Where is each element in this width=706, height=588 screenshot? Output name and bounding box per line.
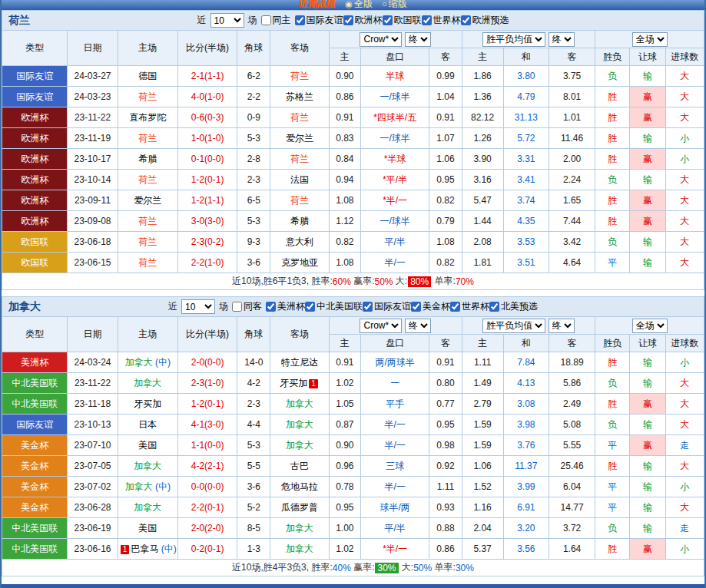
avg-home-odds: 1.44 bbox=[462, 211, 503, 232]
competition-filter[interactable]: 欧洲杯 bbox=[343, 14, 383, 27]
match-row: 美洲杯24-03-24加拿大 (中)2-0(0-0)14-0特立尼达0.91两/… bbox=[2, 352, 704, 373]
avg-draw-odds: 31.13 bbox=[503, 107, 549, 128]
team-label: 意大利 bbox=[286, 236, 313, 247]
competition-label: 欧洲杯 bbox=[355, 14, 383, 27]
match-date: 23-11-18 bbox=[68, 394, 118, 415]
competition-checkbox[interactable] bbox=[422, 15, 432, 25]
view-option-full[interactable]: ◉全版 bbox=[345, 0, 373, 10]
away-team: 危地马拉 bbox=[270, 477, 329, 497]
competition-filter[interactable]: 欧洲预选 bbox=[461, 14, 509, 27]
view-option-compact[interactable]: ○缩版 bbox=[382, 0, 407, 10]
recent-count-select[interactable]: 10 bbox=[181, 299, 215, 314]
result-cell: 胜 bbox=[595, 211, 630, 232]
corner-score: 3-6 bbox=[237, 253, 270, 273]
avg-source-select[interactable]: 胜平负均值 bbox=[482, 32, 545, 47]
venue-filter[interactable]: 同客 bbox=[232, 300, 262, 313]
avg-state-select[interactable]: 终 bbox=[549, 319, 575, 333]
match-score: 2-2(0-1) bbox=[177, 497, 237, 518]
scope-select[interactable]: 全场 bbox=[632, 319, 668, 333]
home-odds: 1.05 bbox=[329, 394, 360, 415]
avg-away-odds: 11.46 bbox=[549, 128, 595, 149]
competition-filter[interactable]: 国际友谊 bbox=[295, 14, 343, 27]
avg-draw-odds: 3.51 bbox=[503, 253, 549, 273]
away-odds: 1.07 bbox=[429, 128, 462, 149]
away-odds: 0.91 bbox=[429, 107, 462, 128]
result-cell: 负 bbox=[595, 373, 630, 394]
avg-source-select[interactable]: 胜平负均值 bbox=[482, 319, 545, 333]
competition-label: 美洲杯 bbox=[277, 300, 305, 313]
competition-filter[interactable]: 欧国联 bbox=[383, 14, 422, 27]
handicap-result-cell: 输 bbox=[630, 232, 665, 253]
odds-state-select[interactable]: 终 bbox=[405, 319, 431, 333]
away-odds: 0.95 bbox=[429, 170, 462, 190]
avg-home-odds: 3.16 bbox=[462, 170, 503, 190]
team-label: 爱尔兰 bbox=[134, 195, 161, 206]
avg-draw-odds: 3.53 bbox=[503, 232, 549, 253]
corner-score: 5-3 bbox=[237, 435, 270, 456]
competition-checkbox[interactable] bbox=[411, 302, 421, 312]
home-odds: 0.90 bbox=[329, 435, 360, 456]
col-odds-away: 客 bbox=[429, 335, 462, 352]
competition-label: 世界杯 bbox=[433, 14, 461, 27]
away-team: 加拿大 bbox=[270, 539, 329, 560]
competition-filter[interactable]: 国际友谊 bbox=[363, 300, 411, 313]
match-score: 1-2(1-1) bbox=[177, 190, 237, 211]
competition-checkbox[interactable] bbox=[363, 302, 373, 312]
match-score: 2-3(0-2) bbox=[177, 232, 237, 253]
avg-state-select[interactable]: 终 bbox=[549, 32, 575, 47]
competition-checkbox[interactable] bbox=[305, 302, 315, 312]
goals-result-cell: 大 bbox=[665, 456, 704, 477]
competition-checkbox[interactable] bbox=[450, 302, 460, 312]
team-label: 希腊 bbox=[138, 154, 157, 164]
match-date: 23-09-11 bbox=[68, 190, 118, 211]
col-home: 主场 bbox=[118, 317, 177, 352]
odds-source-select[interactable]: Crow* bbox=[360, 319, 402, 333]
competition-filter[interactable]: 美金杯 bbox=[411, 300, 450, 313]
scope-select[interactable]: 全场 bbox=[632, 32, 668, 47]
corner-score: 5-2 bbox=[237, 497, 270, 518]
summary-part: 80% bbox=[408, 276, 431, 287]
avg-away-odds: 4.64 bbox=[549, 253, 595, 273]
competition-checkbox[interactable] bbox=[383, 15, 393, 25]
home-odds: 1.02 bbox=[329, 539, 360, 560]
competition-filters: 美洲杯中北美国联国际友谊美金杯世界杯北美预选 bbox=[266, 300, 538, 314]
competition-type: 欧洲杯 bbox=[2, 170, 68, 190]
goals-result-cell: 走 bbox=[665, 518, 704, 539]
venue-filter[interactable]: 同主 bbox=[261, 14, 291, 27]
competition-filter[interactable]: 北美预选 bbox=[489, 300, 538, 313]
competition-checkbox[interactable] bbox=[461, 15, 471, 25]
page-title: 近期战绩 bbox=[299, 0, 336, 10]
recent-count-select[interactable]: 10 bbox=[210, 13, 244, 28]
competition-checkbox[interactable] bbox=[489, 302, 499, 312]
venue-checkbox[interactable] bbox=[232, 302, 242, 312]
competition-type: 中北美国联 bbox=[2, 394, 68, 415]
competition-type: 国际友谊 bbox=[2, 66, 68, 87]
competition-filter[interactable]: 美洲杯 bbox=[266, 300, 305, 313]
venue-checkbox[interactable] bbox=[261, 15, 271, 25]
handicap-line: *半/一 bbox=[360, 190, 429, 211]
avg-home-odds: 1.16 bbox=[462, 497, 503, 518]
handicap-result-cell: 输 bbox=[630, 415, 665, 435]
team-name: 加拿大 bbox=[2, 300, 94, 314]
competition-filter[interactable]: 世界杯 bbox=[422, 14, 461, 27]
competition-label: 欧国联 bbox=[394, 14, 422, 27]
avg-away-odds: 5.55 bbox=[549, 435, 595, 456]
col-handicap: 盘口 bbox=[360, 48, 429, 66]
avg-group-header: 胜平负均值 终 bbox=[462, 31, 595, 48]
avg-away-odds: 6.04 bbox=[549, 477, 595, 497]
competition-checkbox[interactable] bbox=[343, 15, 353, 25]
handicap-line: 半球 bbox=[360, 66, 429, 87]
competition-type: 美金杯 bbox=[2, 497, 68, 518]
competition-filter[interactable]: 中北美国联 bbox=[305, 300, 363, 313]
odds-state-select[interactable]: 终 bbox=[405, 32, 431, 47]
competition-filter[interactable]: 世界杯 bbox=[450, 300, 489, 313]
handicap-result-cell: 输 bbox=[630, 170, 665, 190]
match-date: 23-11-22 bbox=[68, 373, 118, 394]
page: 近期战绩 ◉全版 ○缩版 荷兰 近 10 场 同主 国际友谊欧洲杯欧国联世界杯欧… bbox=[0, 0, 706, 588]
avg-draw-odds: 3.80 bbox=[503, 66, 549, 87]
odds-source-select[interactable]: Crow* bbox=[360, 32, 402, 47]
competition-checkbox[interactable] bbox=[295, 15, 305, 25]
team-label: 加拿大 bbox=[125, 481, 153, 492]
competition-checkbox[interactable] bbox=[266, 302, 276, 312]
result-cell: 胜 bbox=[595, 128, 630, 149]
